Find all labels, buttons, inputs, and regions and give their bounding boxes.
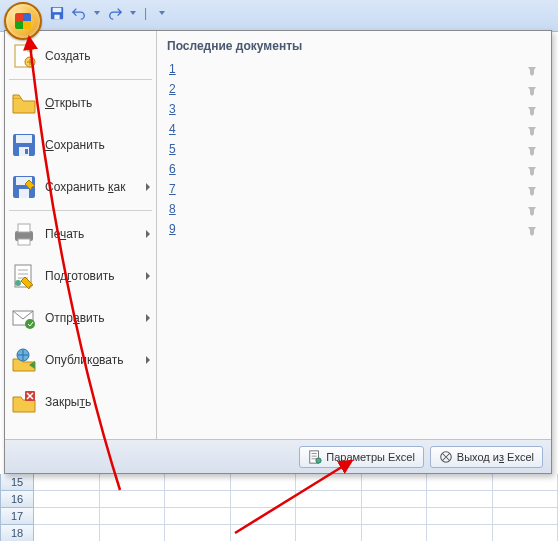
cell[interactable] (100, 508, 166, 525)
cell[interactable] (296, 474, 362, 491)
recent-number: 2 (169, 82, 187, 96)
menu-item-send[interactable]: Отправить (5, 297, 156, 339)
pin-icon[interactable] (525, 102, 539, 116)
recent-item[interactable]: 3 (167, 99, 541, 119)
sheet-row[interactable]: 18 (0, 525, 558, 541)
pin-icon[interactable] (525, 162, 539, 176)
menu-item-save-disk[interactable]: Сохранить (5, 124, 156, 166)
cell[interactable] (362, 474, 428, 491)
menu-item-label: Открыть (45, 96, 150, 110)
menu-item-close-doc[interactable]: Закрыть (5, 381, 156, 423)
exit-icon (439, 450, 453, 464)
pin-icon[interactable] (525, 182, 539, 196)
row-header[interactable]: 18 (0, 525, 34, 541)
svg-rect-8 (25, 149, 28, 154)
menu-item-open-folder[interactable]: Открыть (5, 82, 156, 124)
cell[interactable] (427, 491, 493, 508)
pin-icon[interactable] (525, 142, 539, 156)
worksheet[interactable]: 15161718 (0, 474, 558, 541)
cell[interactable] (427, 525, 493, 541)
redo-dropdown-icon[interactable] (130, 11, 136, 15)
cell[interactable] (427, 474, 493, 491)
menu-footer: Параметры Excel Выход из Excel (5, 439, 551, 473)
cell[interactable] (362, 491, 428, 508)
recent-item[interactable]: 4 (167, 119, 541, 139)
recent-item[interactable]: 7 (167, 179, 541, 199)
cell[interactable] (296, 491, 362, 508)
row-header[interactable]: 15 (0, 474, 34, 491)
undo-dropdown-icon[interactable] (94, 11, 100, 15)
cell[interactable] (296, 525, 362, 541)
save-as-icon (11, 174, 37, 200)
cell[interactable] (165, 491, 231, 508)
office-button[interactable] (4, 2, 42, 40)
undo-icon[interactable] (72, 6, 86, 20)
redo-icon[interactable] (108, 6, 122, 20)
save-icon[interactable] (50, 6, 64, 20)
menu-item-prepare[interactable]: Подготовить (5, 255, 156, 297)
new-doc-icon (11, 43, 37, 69)
cell[interactable] (493, 491, 559, 508)
svg-point-22 (316, 457, 321, 462)
menu-item-label: Создать (45, 49, 150, 63)
cell[interactable] (362, 508, 428, 525)
pin-icon[interactable] (525, 202, 539, 216)
qat-customize-icon[interactable] (159, 11, 165, 15)
recent-item[interactable]: 9 (167, 219, 541, 239)
save-disk-icon (11, 132, 37, 158)
cell[interactable] (231, 508, 297, 525)
submenu-arrow-icon (146, 230, 150, 238)
recent-item[interactable]: 6 (167, 159, 541, 179)
recent-item[interactable]: 5 (167, 139, 541, 159)
row-header[interactable]: 17 (0, 508, 34, 525)
menu-item-new-doc[interactable]: Создать (5, 35, 156, 77)
office-menu: СоздатьОткрытьСохранитьСохранить какПеча… (4, 30, 552, 474)
recent-item[interactable]: 1 (167, 59, 541, 79)
cell[interactable] (231, 525, 297, 541)
menu-item-label: Опубликовать (45, 353, 142, 367)
cell[interactable] (427, 508, 493, 525)
sheet-row[interactable]: 17 (0, 508, 558, 525)
recent-item[interactable]: 8 (167, 199, 541, 219)
options-button[interactable]: Параметры Excel (299, 446, 424, 468)
cell[interactable] (34, 508, 100, 525)
recent-number: 8 (169, 202, 187, 216)
pin-icon[interactable] (525, 222, 539, 236)
cell[interactable] (165, 508, 231, 525)
cell[interactable] (362, 525, 428, 541)
pin-icon[interactable] (525, 122, 539, 136)
recent-heading: Последние документы (167, 39, 541, 53)
cell[interactable] (165, 474, 231, 491)
pin-icon[interactable] (525, 82, 539, 96)
cell[interactable] (296, 508, 362, 525)
recent-number: 1 (169, 62, 187, 76)
cell[interactable] (493, 508, 559, 525)
svg-rect-1 (53, 8, 62, 12)
cell[interactable] (100, 474, 166, 491)
cell[interactable] (493, 474, 559, 491)
exit-button[interactable]: Выход из Excel (430, 446, 543, 468)
submenu-arrow-icon (146, 272, 150, 280)
cell[interactable] (100, 491, 166, 508)
cell[interactable] (493, 525, 559, 541)
menu-item-publish[interactable]: Опубликовать (5, 339, 156, 381)
sheet-row[interactable]: 15 (0, 474, 558, 491)
menu-item-save-as[interactable]: Сохранить как (5, 166, 156, 208)
cell[interactable] (231, 474, 297, 491)
menu-item-label: Печать (45, 227, 142, 241)
sheet-row[interactable]: 16 (0, 491, 558, 508)
cell[interactable] (34, 525, 100, 541)
cell[interactable] (231, 491, 297, 508)
svg-point-16 (15, 280, 21, 286)
cell[interactable] (34, 474, 100, 491)
publish-icon (11, 347, 37, 373)
cell[interactable] (165, 525, 231, 541)
cell[interactable] (100, 525, 166, 541)
menu-item-print[interactable]: Печать (5, 213, 156, 255)
pin-icon[interactable] (525, 62, 539, 76)
row-header[interactable]: 16 (0, 491, 34, 508)
menu-item-label: Закрыть (45, 395, 150, 409)
title-bar: | (0, 0, 558, 32)
cell[interactable] (34, 491, 100, 508)
recent-item[interactable]: 2 (167, 79, 541, 99)
